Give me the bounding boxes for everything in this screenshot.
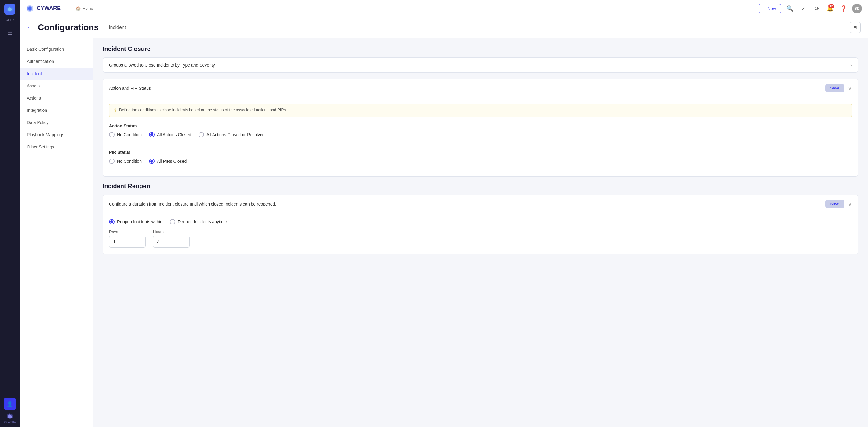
pir-all-closed-label: All PIRs Closed	[157, 159, 187, 164]
action-no-condition-radio[interactable]	[109, 132, 115, 138]
action-pir-label: Action and PIR Status	[109, 86, 825, 91]
action-all-closed-radio[interactable]	[149, 132, 155, 138]
icon-bar: CFTR ☰ 👤 CYWARE	[0, 0, 20, 427]
pir-no-condition-option[interactable]: No Condition	[109, 158, 142, 164]
incident-reopen-title: Incident Reopen	[103, 183, 858, 190]
pir-all-closed-radio[interactable]	[149, 158, 155, 164]
pir-status-radio-group: No Condition All PIRs Closed	[109, 158, 852, 164]
action-pir-toggle-icon[interactable]: ∨	[848, 85, 852, 92]
sidebar-item-incident[interactable]: Incident	[20, 67, 93, 80]
reopen-within-option[interactable]: Reopen Incidents within	[109, 219, 162, 224]
hours-input[interactable]	[153, 236, 190, 248]
action-status-label: Action Status	[109, 123, 852, 128]
topbar-logo: CYWARE	[26, 4, 61, 13]
hours-item: Hours	[153, 230, 190, 248]
action-closed-resolved-label: All Actions Closed or Resolved	[207, 132, 265, 137]
pir-all-closed-option[interactable]: All PIRs Closed	[149, 158, 187, 164]
action-all-closed-option[interactable]: All Actions Closed	[149, 132, 191, 138]
app-logo-icon	[4, 4, 15, 15]
days-hours-group: Days Hours	[109, 230, 852, 248]
home-label: Home	[83, 6, 93, 11]
sidebar-item-authentication[interactable]: Authentication	[20, 55, 93, 67]
groups-chevron-icon: ›	[850, 63, 852, 67]
reopen-header-label: Configure a duration from Incident closu…	[109, 202, 825, 207]
action-no-condition-option[interactable]: No Condition	[109, 132, 142, 138]
action-pir-save-button[interactable]: Save	[825, 84, 844, 92]
pir-no-condition-radio[interactable]	[109, 158, 115, 164]
search-icon[interactable]: 🔍	[785, 4, 795, 13]
pir-status-group: PIR Status No Condition	[109, 150, 852, 164]
pir-no-condition-label: No Condition	[117, 159, 142, 164]
sidebar-item-basic-configuration[interactable]: Basic Configuration	[20, 43, 93, 55]
back-button[interactable]: ←	[27, 24, 33, 31]
reopen-options-group: Reopen Incidents within Reopen Incidents…	[109, 219, 852, 224]
topbar-logo-text: CYWARE	[37, 5, 61, 11]
page-header: ← Configurations Incident ⊟	[20, 17, 868, 38]
sidebar-item-actions[interactable]: Actions	[20, 92, 93, 104]
tasks-icon[interactable]: ✓	[798, 4, 808, 13]
page-subtitle: Incident	[109, 25, 126, 30]
sidebar-item-other-settings[interactable]: Other Settings	[20, 141, 93, 153]
reopen-header: Configure a duration from Incident closu…	[103, 195, 858, 213]
sidebar-item-data-policy[interactable]: Data Policy	[20, 116, 93, 129]
topbar-divider	[68, 5, 68, 12]
sidebar: Basic Configuration Authentication Incid…	[20, 38, 93, 427]
pir-status-label: PIR Status	[109, 150, 852, 155]
info-text: Define the conditions to close Incidents…	[119, 108, 287, 112]
help-icon[interactable]: ❓	[839, 4, 848, 13]
pir-divider	[109, 144, 852, 144]
action-status-group: Action Status No Condition	[109, 123, 852, 138]
info-box: ℹ Define the conditions to close Inciden…	[109, 103, 852, 117]
reopen-within-label: Reopen Incidents within	[117, 219, 162, 224]
days-input[interactable]	[109, 236, 146, 248]
days-item: Days	[109, 230, 146, 248]
info-icon: ℹ	[114, 108, 116, 113]
incident-closure-title: Incident Closure	[103, 45, 858, 53]
layout-toggle-button[interactable]: ⊟	[850, 22, 861, 33]
sidebar-item-playbook-mappings[interactable]: Playbook Mappings	[20, 129, 93, 141]
topbar-actions: + New 🔍 ✓ ⟳ 🔔 12 ❓ SD	[759, 4, 862, 13]
loader-icon[interactable]: ⟳	[812, 4, 822, 13]
hours-label: Hours	[153, 230, 190, 234]
avatar[interactable]: SD	[852, 4, 862, 13]
user-icon[interactable]: 👤	[4, 398, 16, 410]
reopen-save-button[interactable]: Save	[825, 200, 844, 208]
reopen-anytime-radio[interactable]	[170, 219, 175, 224]
reopen-card: Configure a duration from Incident closu…	[103, 194, 858, 254]
topbar-home[interactable]: 🏠 Home	[76, 6, 93, 11]
reopen-anytime-label: Reopen Incidents anytime	[178, 219, 227, 224]
page-header-divider	[103, 23, 104, 32]
app-name-label: CFTR	[6, 18, 14, 22]
notification-badge: 12	[828, 4, 834, 8]
action-closed-resolved-option[interactable]: All Actions Closed or Resolved	[198, 132, 265, 138]
groups-row[interactable]: Groups allowed to Close Incidents by Typ…	[103, 58, 858, 72]
action-pir-body: ℹ Define the conditions to close Inciden…	[103, 97, 858, 176]
action-closed-resolved-radio[interactable]	[198, 132, 204, 138]
page-title: Configurations	[38, 23, 99, 32]
action-pir-header: Action and PIR Status Save ∨	[103, 79, 858, 97]
groups-row-label: Groups allowed to Close Incidents by Typ…	[109, 63, 850, 67]
reopen-within-radio-inner	[110, 220, 113, 223]
home-icon: 🏠	[76, 6, 81, 11]
action-pir-card: Action and PIR Status Save ∨ ℹ Define th…	[103, 79, 858, 177]
pir-all-closed-radio-inner	[150, 160, 153, 163]
cyware-label: CYWARE	[4, 420, 16, 423]
action-no-condition-label: No Condition	[117, 132, 142, 137]
cyware-bottom-logo: CYWARE	[4, 412, 16, 423]
action-all-closed-label: All Actions Closed	[157, 132, 191, 137]
groups-card: Groups allowed to Close Incidents by Typ…	[103, 57, 858, 73]
action-status-radio-group: No Condition All Actions Closed	[109, 132, 852, 138]
action-all-closed-radio-inner	[150, 133, 153, 136]
main-content: Incident Closure Groups allowed to Close…	[93, 38, 868, 427]
sidebar-item-assets[interactable]: Assets	[20, 80, 93, 92]
sidebar-item-integration[interactable]: Integration	[20, 104, 93, 116]
sidebar-toggle-icon[interactable]: ☰	[4, 27, 16, 39]
reopen-within-radio[interactable]	[109, 219, 115, 224]
days-label: Days	[109, 230, 146, 234]
notifications-icon[interactable]: 🔔 12	[825, 4, 835, 13]
reopen-body: Reopen Incidents within Reopen Incidents…	[103, 213, 858, 254]
new-button[interactable]: + New	[759, 4, 781, 13]
reopen-anytime-option[interactable]: Reopen Incidents anytime	[170, 219, 227, 224]
reopen-toggle-icon[interactable]: ∨	[848, 201, 852, 207]
topbar: CYWARE 🏠 Home + New 🔍 ✓ ⟳ 🔔 12 ❓ SD	[20, 0, 868, 17]
